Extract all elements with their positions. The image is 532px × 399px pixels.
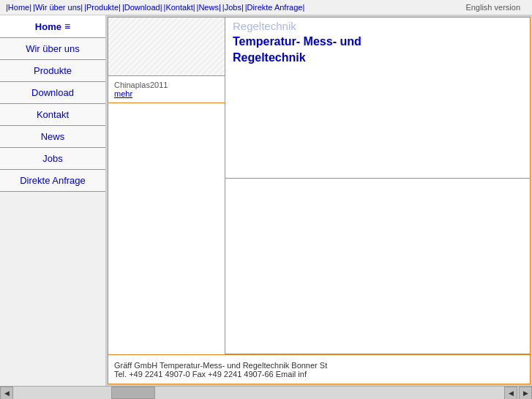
nav-direkte[interactable]: |Direkte Anfrage| (245, 3, 305, 12)
page-wrapper: |Home| |Wir über uns| |Produkte| |Downlo… (0, 0, 532, 399)
bottom-scrollbar: ◀ ◀ ▶ (0, 386, 532, 399)
nav-home[interactable]: |Home| (6, 3, 31, 12)
english-version-link[interactable]: English version (465, 3, 526, 12)
hero-main-text: Temperatur- Mess- undRegeltechnik (233, 34, 522, 67)
sidebar-home-label: Home (35, 21, 61, 32)
nav-news[interactable]: |News| (197, 3, 221, 12)
mid-area (225, 179, 530, 354)
sidebar-download-label: Download (31, 87, 74, 98)
nav-kontakt[interactable]: |Kontakt| (164, 3, 195, 12)
sidebar-item-produkte[interactable]: Produkte (0, 60, 105, 82)
scroll-right-arrow-2[interactable]: ▶ (519, 387, 532, 400)
nav-jobs[interactable]: |Jobs| (222, 3, 244, 12)
sidebar-jobs-label: Jobs (42, 153, 62, 164)
sidebar-news-label: News (41, 131, 65, 142)
scroll-track[interactable] (13, 387, 504, 399)
sidebar-item-home[interactable]: Home (0, 15, 105, 38)
sidebar-item-wir[interactable]: Wir über uns (0, 38, 105, 60)
chinaplas-title: Chinaplas2011 (114, 81, 168, 89)
sidebar-item-download[interactable]: Download (0, 82, 105, 104)
left-bottom (108, 103, 225, 354)
sidebar: Home Wir über uns Produkte Download Kont… (0, 15, 106, 386)
right-panel: Temperatur- Mess- undRegeltechnik Temper… (225, 18, 530, 354)
sidebar-item-jobs[interactable]: Jobs (0, 148, 105, 170)
nav-produkte[interactable]: |Produkte| (84, 3, 121, 12)
scroll-left-arrow[interactable]: ◀ (0, 387, 13, 400)
footer-content: Gräff GmbH Temperatur-Mess- und Regeltec… (114, 361, 327, 379)
footer-line1: Gräff GmbH Temperatur-Mess- und Regeltec… (114, 361, 327, 370)
nav-wir[interactable]: |Wir über uns| (33, 3, 83, 12)
sidebar-direkte-label: Direkte Anfrage (20, 175, 86, 186)
sidebar-kontakt-label: Kontakt (37, 109, 69, 120)
content-inner: Chinaplas2011 mehr Temperatur- Mess- und… (108, 18, 530, 354)
scroll-right-area: ◀ ▶ (504, 387, 532, 400)
sidebar-item-direkte[interactable]: Direkte Anfrage (0, 170, 105, 192)
scroll-thumb[interactable] (111, 387, 155, 399)
sidebar-item-news[interactable]: News (0, 126, 105, 148)
nav-download[interactable]: |Download| (122, 3, 162, 12)
top-nav-links: |Home| |Wir über uns| |Produkte| |Downlo… (6, 3, 304, 12)
hero-area: Temperatur- Mess- undRegeltechnik Temper… (225, 18, 530, 179)
banner-area (108, 18, 225, 76)
footer-bar: Gräff GmbH Temperatur-Mess- und Regeltec… (108, 354, 530, 384)
left-panel: Chinaplas2011 mehr (108, 18, 225, 354)
main-area: Home Wir über uns Produkte Download Kont… (0, 15, 532, 386)
sidebar-item-kontakt[interactable]: Kontakt (0, 104, 105, 126)
scroll-right-arrow-1[interactable]: ◀ (504, 387, 517, 400)
banner-image (108, 18, 225, 75)
footer-line2: Tel. +49 2241 4907-0 Fax +49 2241 4907-6… (114, 370, 327, 379)
top-navigation: |Home| |Wir über uns| |Produkte| |Downlo… (0, 0, 532, 15)
chinaplas-mehr-link[interactable]: mehr (114, 89, 132, 98)
sidebar-wir-label: Wir über uns (26, 43, 80, 54)
content-area: Chinaplas2011 mehr Temperatur- Mess- und… (108, 17, 531, 384)
chinaplas-area: Chinaplas2011 mehr (108, 76, 225, 103)
sidebar-produkte-label: Produkte (34, 65, 72, 76)
hero-overlay-text: Temperatur- Mess- undRegeltechnik (233, 18, 522, 34)
